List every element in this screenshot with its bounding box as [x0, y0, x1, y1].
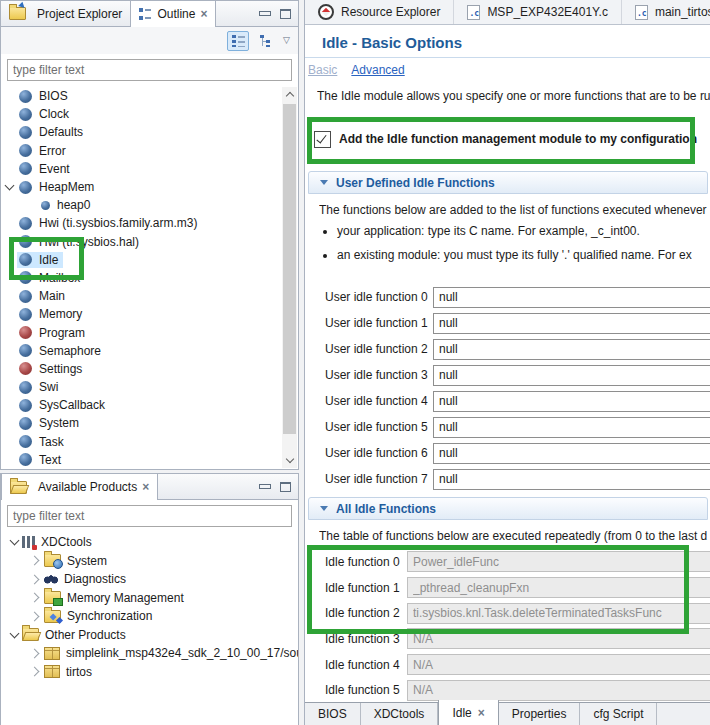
idle-function-4-value	[407, 654, 710, 675]
config-bottom-tab-bar: BIOS XDCtools Idle× Properties cfg Scrip…	[305, 702, 710, 725]
minimize-icon[interactable]	[259, 484, 271, 489]
module-icon	[19, 181, 32, 194]
outline-item-hwi-hal[interactable]: Hwi (ti.sysbios.hal)	[1, 233, 298, 251]
outline-item-syscallback[interactable]: SysCallback	[1, 396, 298, 414]
tab-label: Idle	[452, 706, 471, 720]
outline-item-hwi-family[interactable]: Hwi (ti.sysbios.family.arm.m3)	[1, 214, 298, 232]
idle-config-page: Idle - Basic Options Basic Advanced The …	[305, 25, 710, 725]
outline-item-defaults[interactable]: Defaults	[1, 123, 298, 141]
user-idle-function-row-2: User idle function 2	[305, 336, 710, 362]
collapsed-chevron-icon[interactable]	[28, 576, 44, 583]
close-icon[interactable]: ×	[478, 707, 485, 719]
maximize-icon[interactable]	[280, 482, 291, 492]
outline-item-event[interactable]: Event	[1, 160, 298, 178]
outline-item-task[interactable]: Task	[1, 433, 298, 451]
tab-bios[interactable]: BIOS	[305, 703, 361, 725]
collapsed-chevron-icon[interactable]	[28, 594, 44, 601]
outline-item-mailbox[interactable]: Mailbox	[1, 269, 298, 287]
collapsed-chevron-icon[interactable]	[28, 557, 44, 564]
scroll-down-icon[interactable]	[282, 453, 297, 468]
maximize-icon[interactable]	[280, 9, 291, 19]
outline-item-system[interactable]: System	[1, 414, 298, 432]
outline-item-memory[interactable]: Memory	[1, 305, 298, 323]
outline-item-clock[interactable]: Clock	[1, 105, 298, 123]
tab-main-tirtos-c[interactable]: main_tirtos.c	[622, 0, 710, 24]
products-item-other-products[interactable]: Other Products	[1, 626, 298, 645]
flat-list-view-button[interactable]	[227, 31, 249, 51]
close-icon[interactable]: ×	[200, 8, 207, 20]
user-idle-function-1-input[interactable]	[433, 313, 710, 334]
intro-text: The Idle module allows you specify one o…	[317, 89, 710, 103]
user-idle-function-7-input[interactable]	[433, 469, 710, 490]
minimize-icon[interactable]	[259, 11, 271, 16]
expand-chevron-icon[interactable]	[6, 540, 22, 544]
scrollbar-thumb[interactable]	[283, 104, 296, 434]
tab-resource-explorer[interactable]: Resource Explorer	[305, 0, 454, 24]
tab-project-explorer[interactable]: Project Explorer	[1, 1, 130, 26]
module-icon	[19, 144, 32, 157]
tab-label: Outline	[157, 7, 195, 21]
outline-item-swi[interactable]: Swi	[1, 378, 298, 396]
panel-window-buttons	[259, 474, 298, 499]
user-idle-function-4-input[interactable]	[433, 391, 710, 412]
outline-item-heapmem[interactable]: HeapMem	[1, 178, 298, 196]
collapsed-chevron-icon[interactable]	[28, 668, 44, 675]
collapsed-chevron-icon[interactable]	[28, 650, 44, 657]
view-menu-icon[interactable]: ▽	[283, 36, 290, 45]
open-folder-icon	[10, 481, 27, 494]
products-item-synchronization[interactable]: Synchronization	[1, 607, 298, 626]
outline-item-idle[interactable]: Idle	[1, 251, 298, 269]
products-item-tirtos[interactable]: tirtos	[1, 663, 298, 682]
scroll-up-icon[interactable]	[282, 87, 297, 102]
outline-item-semaphore[interactable]: Semaphore	[1, 342, 298, 360]
section-title: User Defined Idle Functions	[336, 176, 495, 190]
outline-filter-input[interactable]	[7, 59, 292, 81]
hierarchy-view-button[interactable]	[256, 32, 276, 50]
user-idle-function-6-input[interactable]	[433, 443, 710, 464]
products-item-simplelink-sdk[interactable]: simplelink_msp432e4_sdk_2_10_00_17/sourc…	[1, 644, 298, 663]
hierarchy-icon	[260, 35, 273, 47]
basic-link: Basic	[308, 63, 337, 77]
section-header-all-idle[interactable]: All Idle Functions	[308, 497, 708, 520]
page-title: Idle - Basic Options	[322, 34, 462, 51]
tab-label: Available Products	[38, 480, 137, 494]
tab-label: cfg Script	[593, 707, 643, 721]
user-idle-function-0-input[interactable]	[433, 287, 710, 308]
tab-properties[interactable]: Properties	[499, 703, 581, 725]
products-item-xdctools[interactable]: XDCtools	[1, 533, 298, 552]
user-idle-function-5-input[interactable]	[433, 417, 710, 438]
outline-item-main[interactable]: Main	[1, 287, 298, 305]
mode-links: Basic Advanced	[305, 58, 710, 77]
add-module-checkbox[interactable]	[314, 131, 331, 148]
tab-cfg-script[interactable]: cfg Script	[580, 703, 657, 725]
tab-xdctools[interactable]: XDCtools	[361, 703, 439, 725]
products-filter-input[interactable]	[7, 505, 292, 527]
products-item-memory-management[interactable]: Memory Management	[1, 589, 298, 608]
user-idle-function-2-input[interactable]	[433, 339, 710, 360]
tab-outline[interactable]: Outline ×	[130, 1, 216, 27]
section-header-user-defined[interactable]: User Defined Idle Functions	[308, 171, 708, 194]
products-item-diagnostics[interactable]: Diagnostics	[1, 570, 298, 589]
idle-function-row-5: Idle function 5	[305, 677, 710, 703]
products-item-system[interactable]: System	[1, 552, 298, 571]
advanced-link[interactable]: Advanced	[351, 63, 404, 77]
module-icon	[19, 290, 32, 303]
outline-item-heap0[interactable]: heap0	[1, 196, 298, 214]
outline-item-settings[interactable]: Settings	[1, 360, 298, 378]
tab-available-products[interactable]: Available Products ×	[1, 474, 158, 500]
tab-idle[interactable]: Idle×	[438, 700, 498, 725]
user-idle-function-row-6: User idle function 6	[305, 440, 710, 466]
close-icon[interactable]: ×	[142, 481, 149, 493]
expand-chevron-icon[interactable]	[6, 633, 22, 637]
tab-msp-exp432e401y-c[interactable]: MSP_EXP432E401Y.c	[454, 0, 622, 24]
outline-item-text[interactable]: Text	[1, 451, 298, 469]
outline-item-bios[interactable]: BIOS	[1, 87, 298, 105]
module-icon	[19, 381, 32, 394]
outline-item-error[interactable]: Error	[1, 142, 298, 160]
collapsed-chevron-icon[interactable]	[28, 613, 44, 620]
user-idle-function-3-input[interactable]	[433, 365, 710, 386]
expand-chevron-icon[interactable]	[1, 185, 17, 189]
outline-scrollbar[interactable]	[282, 87, 297, 468]
outline-item-program[interactable]: Program	[1, 323, 298, 341]
user-idle-function-rows: User idle function 0 User idle function …	[305, 284, 710, 492]
